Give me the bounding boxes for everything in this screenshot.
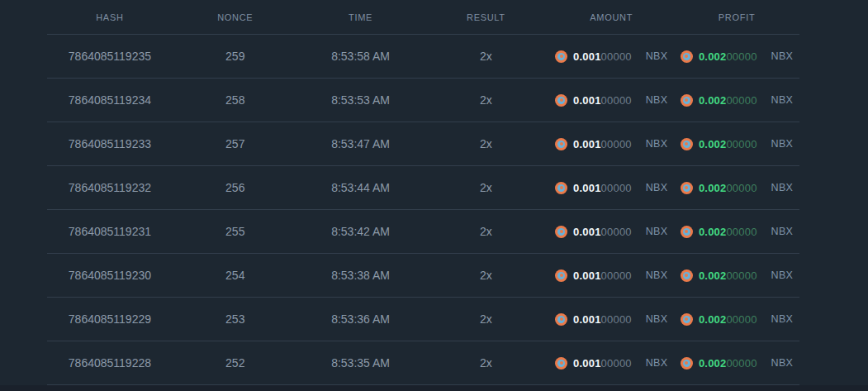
nonce-cell: 252 xyxy=(173,356,298,370)
column-header-hash: HASH xyxy=(47,12,173,22)
profit-value: 0.00200000 xyxy=(699,269,757,282)
profit-value: 0.00200000 xyxy=(699,357,757,370)
time-cell: 8:53:53 AM xyxy=(298,93,424,107)
amount-value: 0.00100000 xyxy=(573,138,632,150)
time-cell: 8:53:36 AM xyxy=(298,312,424,326)
nonce-cell: 259 xyxy=(173,50,298,63)
coin-icon xyxy=(555,313,567,326)
profit-currency-label: NBX xyxy=(771,269,794,281)
coin-icon xyxy=(681,269,693,282)
amount-currency-label: NBX xyxy=(646,182,668,193)
coin-icon xyxy=(681,226,693,238)
profit-value: 0.00200000 xyxy=(699,50,757,63)
profit-currency-label: NBX xyxy=(771,182,794,193)
coin-icon xyxy=(681,313,693,326)
nonce-cell: 255 xyxy=(173,225,298,238)
column-header-result: RESULT xyxy=(423,12,548,22)
bottom-strip xyxy=(0,385,868,391)
hash-cell: 7864085119234 xyxy=(47,93,173,107)
coin-icon xyxy=(555,357,567,370)
coin-icon xyxy=(681,182,693,194)
profit-cell: 0.00200000 NBX xyxy=(674,357,799,370)
table-row[interactable]: 7864085119232 256 8:53:44 AM 2x 0.001000… xyxy=(47,166,799,210)
column-header-profit: PROFIT xyxy=(674,12,799,22)
profit-value: 0.00200000 xyxy=(699,182,757,194)
time-cell: 8:53:44 AM xyxy=(298,181,424,194)
result-cell: 2x xyxy=(423,225,548,238)
hash-cell: 7864085119229 xyxy=(47,312,173,326)
profit-value: 0.00200000 xyxy=(699,94,757,107)
coin-icon xyxy=(555,138,567,150)
amount-cell: 0.00100000 NBX xyxy=(548,313,674,326)
profit-cell: 0.00200000 NBX xyxy=(674,313,799,326)
coin-icon xyxy=(681,50,693,63)
result-cell: 2x xyxy=(423,137,548,150)
coin-icon xyxy=(681,94,693,107)
nonce-cell: 253 xyxy=(173,312,298,326)
amount-cell: 0.00100000 NBX xyxy=(548,226,674,238)
column-header-amount: AMOUNT xyxy=(548,12,674,22)
table-row[interactable]: 7864085119231 255 8:53:42 AM 2x 0.001000… xyxy=(47,210,799,254)
table-header-row: HASH NONCE TIME RESULT AMOUNT PROFIT xyxy=(47,0,799,35)
amount-cell: 0.00100000 NBX xyxy=(548,182,674,194)
amount-currency-label: NBX xyxy=(646,138,668,150)
profit-cell: 0.00200000 NBX xyxy=(674,269,799,282)
profit-currency-label: NBX xyxy=(771,50,794,62)
coin-icon xyxy=(555,269,567,282)
time-cell: 8:53:58 AM xyxy=(298,50,424,63)
hash-cell: 7864085119228 xyxy=(47,356,173,370)
profit-currency-label: NBX xyxy=(771,94,794,106)
profit-currency-label: NBX xyxy=(771,313,794,325)
result-cell: 2x xyxy=(423,312,548,326)
amount-currency-label: NBX xyxy=(646,269,668,281)
table-row[interactable]: 7864085119233 257 8:53:47 AM 2x 0.001000… xyxy=(47,122,799,166)
profit-cell: 0.00200000 NBX xyxy=(674,182,799,194)
amount-currency-label: NBX xyxy=(646,226,668,237)
profit-value: 0.00200000 xyxy=(699,226,757,238)
time-cell: 8:53:42 AM xyxy=(298,225,424,238)
profit-cell: 0.00200000 NBX xyxy=(674,50,799,63)
amount-value: 0.00100000 xyxy=(573,269,632,282)
nonce-cell: 256 xyxy=(173,181,298,194)
profit-currency-label: NBX xyxy=(771,357,794,369)
amount-cell: 0.00100000 NBX xyxy=(548,138,674,150)
result-cell: 2x xyxy=(423,50,548,63)
amount-currency-label: NBX xyxy=(646,313,668,325)
table-body: 7864085119235 259 8:53:58 AM 2x 0.001000… xyxy=(47,35,799,385)
profit-currency-label: NBX xyxy=(771,138,794,150)
time-cell: 8:53:47 AM xyxy=(298,137,424,150)
amount-value: 0.00100000 xyxy=(573,357,632,370)
profit-cell: 0.00200000 NBX xyxy=(674,94,799,107)
table-row[interactable]: 7864085119234 258 8:53:53 AM 2x 0.001000… xyxy=(47,79,799,122)
hash-cell: 7864085119232 xyxy=(47,181,173,194)
coin-icon xyxy=(681,138,693,150)
amount-value: 0.00100000 xyxy=(573,94,632,107)
coin-icon xyxy=(555,50,567,63)
amount-cell: 0.00100000 NBX xyxy=(548,269,674,282)
nonce-cell: 257 xyxy=(173,137,298,150)
result-cell: 2x xyxy=(423,181,548,194)
profit-currency-label: NBX xyxy=(771,226,794,237)
table-row[interactable]: 7864085119235 259 8:53:58 AM 2x 0.001000… xyxy=(47,35,799,79)
amount-currency-label: NBX xyxy=(646,50,668,62)
coin-icon xyxy=(681,357,693,370)
coin-icon xyxy=(555,94,567,107)
table-row[interactable]: 7864085119228 252 8:53:35 AM 2x 0.001000… xyxy=(47,341,799,385)
hash-cell: 7864085119233 xyxy=(47,137,173,150)
amount-cell: 0.00100000 NBX xyxy=(548,50,674,63)
time-cell: 8:53:35 AM xyxy=(298,356,424,370)
table-row[interactable]: 7864085119230 254 8:53:38 AM 2x 0.001000… xyxy=(47,254,799,298)
amount-value: 0.00100000 xyxy=(573,182,632,194)
amount-value: 0.00100000 xyxy=(573,313,632,326)
amount-value: 0.00100000 xyxy=(573,50,632,63)
hash-cell: 7864085119235 xyxy=(47,50,173,63)
profit-cell: 0.00200000 NBX xyxy=(674,138,799,150)
time-cell: 8:53:38 AM xyxy=(298,269,424,282)
hash-cell: 7864085119230 xyxy=(47,269,173,282)
column-header-time: TIME xyxy=(298,12,424,22)
table-row[interactable]: 7864085119229 253 8:53:36 AM 2x 0.001000… xyxy=(47,298,799,341)
amount-value: 0.00100000 xyxy=(573,226,632,238)
nonce-cell: 258 xyxy=(173,93,298,107)
result-cell: 2x xyxy=(423,93,548,107)
coin-icon xyxy=(555,226,567,238)
